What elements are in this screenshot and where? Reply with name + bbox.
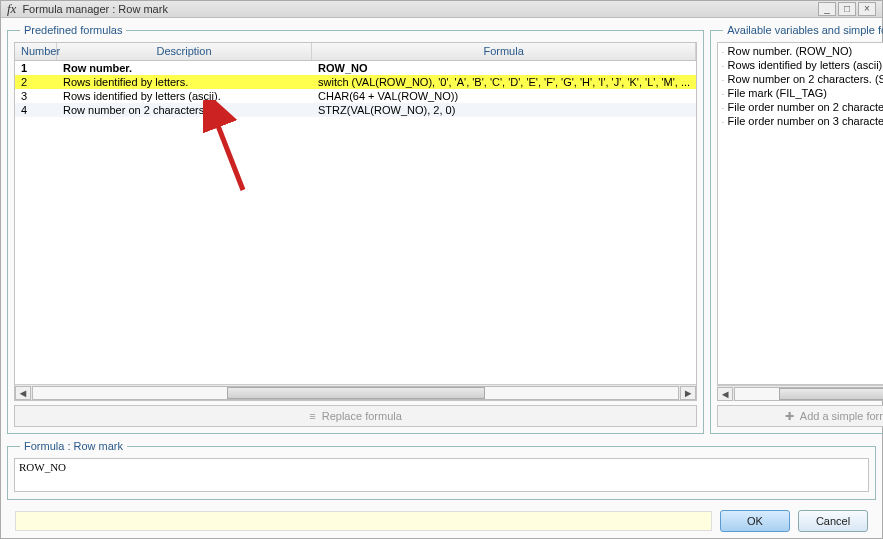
cell-formula: ROW_NO xyxy=(312,62,696,74)
fx-icon: fx xyxy=(7,1,16,17)
cell-formula: CHAR(64 + VAL(ROW_NO)) xyxy=(312,90,696,102)
replace-label: Replace formula xyxy=(322,410,402,422)
avail-scroll-left[interactable]: ◄ xyxy=(717,387,733,401)
bottom-bar: OK Cancel xyxy=(7,506,876,536)
cell-desc: Row number on 2 characters. xyxy=(57,104,312,116)
scroll-right-button[interactable]: ► xyxy=(680,386,696,400)
table-row[interactable]: 3Rows identified by letters (ascii).CHAR… xyxy=(15,89,696,103)
available-legend: Available variables and simple formulas xyxy=(723,24,883,36)
cell-n: 2 xyxy=(15,76,57,88)
ok-button[interactable]: OK xyxy=(720,510,790,532)
list-item[interactable]: File order number on 2 characters (STRZ(… xyxy=(722,101,883,115)
add-simple-formula-button[interactable]: ✚ Add a simple formula xyxy=(717,405,883,427)
table-row[interactable]: 1Row number.ROW_NO xyxy=(15,61,696,75)
table-row[interactable]: 2Rows identified by letters.switch (VAL(… xyxy=(15,75,696,89)
scroll-thumb[interactable] xyxy=(227,387,485,399)
grid-body: 1Row number.ROW_NO2Rows identified by le… xyxy=(15,61,696,384)
main-area: Predefined formulas Number Description F… xyxy=(1,18,882,539)
scroll-track[interactable] xyxy=(32,386,679,400)
titlebar: fx Formula manager : Row mark _ □ × xyxy=(1,1,882,18)
col-header-number[interactable]: Number xyxy=(15,43,57,60)
cell-formula: switch (VAL(ROW_NO), '0', 'A', 'B', 'C',… xyxy=(312,76,696,88)
cell-n: 1 xyxy=(15,62,57,74)
avail-scroll-track[interactable] xyxy=(734,387,883,401)
available-variables-panel: Available variables and simple formulas … xyxy=(710,24,883,434)
cell-formula: STRZ(VAL(ROW_NO), 2, 0) xyxy=(312,104,696,116)
maximize-button[interactable]: □ xyxy=(838,2,856,16)
list-item[interactable]: Rows identified by letters (ascii). (CHA… xyxy=(722,59,883,73)
grid-header: Number Description Formula xyxy=(15,43,696,61)
add-icon: ✚ xyxy=(785,410,794,423)
minimize-button[interactable]: _ xyxy=(818,2,836,16)
scroll-left-button[interactable]: ◄ xyxy=(15,386,31,400)
cell-desc: Rows identified by letters. xyxy=(57,76,312,88)
list-item[interactable]: File order number on 3 characters (STRZ(… xyxy=(722,115,883,129)
col-header-formula[interactable]: Formula xyxy=(312,43,696,60)
cancel-button[interactable]: Cancel xyxy=(798,510,868,532)
predefined-legend: Predefined formulas xyxy=(20,24,126,36)
window-title: Formula manager : Row mark xyxy=(22,3,816,15)
predefined-formulas-panel: Predefined formulas Number Description F… xyxy=(7,24,704,434)
close-button[interactable]: × xyxy=(858,2,876,16)
replace-formula-button[interactable]: ≡ Replace formula xyxy=(14,405,697,427)
cell-n: 4 xyxy=(15,104,57,116)
list-item[interactable]: Row number on 2 characters. (STRZ(VAL(RO… xyxy=(722,73,883,87)
hint-bar xyxy=(15,511,712,531)
cell-n: 3 xyxy=(15,90,57,102)
cell-desc: Row number. xyxy=(57,62,312,74)
col-header-description[interactable]: Description xyxy=(57,43,312,60)
table-row[interactable]: 4Row number on 2 characters.STRZ(VAL(ROW… xyxy=(15,103,696,117)
list-item[interactable]: File mark (FIL_TAG) xyxy=(722,87,883,101)
formula-legend: Formula : Row mark xyxy=(20,440,127,452)
cell-desc: Rows identified by letters (ascii). xyxy=(57,90,312,102)
available-list: Row number. (ROW_NO)Rows identified by l… xyxy=(717,42,883,385)
formula-field-panel: Formula : Row mark xyxy=(7,440,876,500)
top-row: Predefined formulas Number Description F… xyxy=(7,24,876,434)
add-label: Add a simple formula xyxy=(800,410,883,422)
avail-scroll-thumb[interactable] xyxy=(779,388,883,400)
available-hscroll: ◄ ► xyxy=(717,385,883,401)
formula-editor[interactable] xyxy=(14,458,869,492)
replace-icon: ≡ xyxy=(309,410,315,422)
window: fx Formula manager : Row mark _ □ × Pred… xyxy=(0,0,883,539)
predefined-grid: Number Description Formula 1Row number.R… xyxy=(14,42,697,401)
grid-hscroll: ◄ ► xyxy=(15,384,696,400)
list-item[interactable]: Row number. (ROW_NO) xyxy=(722,45,883,59)
